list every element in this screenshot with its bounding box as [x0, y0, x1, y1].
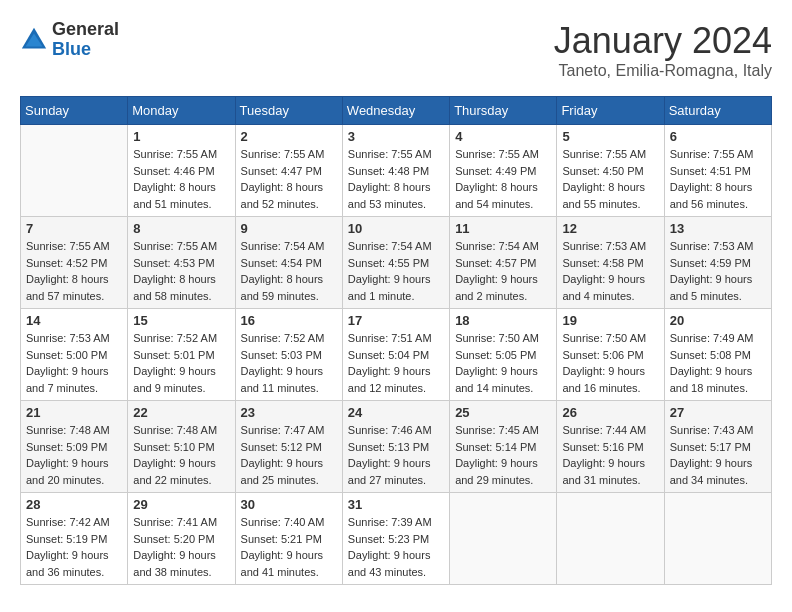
calendar-cell: 31Sunrise: 7:39 AM Sunset: 5:23 PM Dayli… — [342, 493, 449, 585]
calendar-cell: 14Sunrise: 7:53 AM Sunset: 5:00 PM Dayli… — [21, 309, 128, 401]
day-info: Sunrise: 7:44 AM Sunset: 5:16 PM Dayligh… — [562, 422, 658, 488]
day-info: Sunrise: 7:41 AM Sunset: 5:20 PM Dayligh… — [133, 514, 229, 580]
day-info: Sunrise: 7:46 AM Sunset: 5:13 PM Dayligh… — [348, 422, 444, 488]
day-info: Sunrise: 7:53 AM Sunset: 4:58 PM Dayligh… — [562, 238, 658, 304]
day-number: 7 — [26, 221, 122, 236]
day-info: Sunrise: 7:48 AM Sunset: 5:10 PM Dayligh… — [133, 422, 229, 488]
week-row-4: 21Sunrise: 7:48 AM Sunset: 5:09 PM Dayli… — [21, 401, 772, 493]
day-info: Sunrise: 7:40 AM Sunset: 5:21 PM Dayligh… — [241, 514, 337, 580]
day-info: Sunrise: 7:48 AM Sunset: 5:09 PM Dayligh… — [26, 422, 122, 488]
day-info: Sunrise: 7:55 AM Sunset: 4:47 PM Dayligh… — [241, 146, 337, 212]
day-info: Sunrise: 7:43 AM Sunset: 5:17 PM Dayligh… — [670, 422, 766, 488]
month-title: January 2024 — [554, 20, 772, 62]
day-info: Sunrise: 7:54 AM Sunset: 4:54 PM Dayligh… — [241, 238, 337, 304]
calendar-cell: 29Sunrise: 7:41 AM Sunset: 5:20 PM Dayli… — [128, 493, 235, 585]
day-number: 19 — [562, 313, 658, 328]
calendar-cell: 15Sunrise: 7:52 AM Sunset: 5:01 PM Dayli… — [128, 309, 235, 401]
calendar-cell: 17Sunrise: 7:51 AM Sunset: 5:04 PM Dayli… — [342, 309, 449, 401]
day-number: 10 — [348, 221, 444, 236]
day-number: 12 — [562, 221, 658, 236]
day-info: Sunrise: 7:54 AM Sunset: 4:55 PM Dayligh… — [348, 238, 444, 304]
day-info: Sunrise: 7:47 AM Sunset: 5:12 PM Dayligh… — [241, 422, 337, 488]
calendar-cell — [21, 125, 128, 217]
day-info: Sunrise: 7:45 AM Sunset: 5:14 PM Dayligh… — [455, 422, 551, 488]
day-number: 5 — [562, 129, 658, 144]
calendar-cell: 10Sunrise: 7:54 AM Sunset: 4:55 PM Dayli… — [342, 217, 449, 309]
calendar-cell: 30Sunrise: 7:40 AM Sunset: 5:21 PM Dayli… — [235, 493, 342, 585]
day-info: Sunrise: 7:53 AM Sunset: 4:59 PM Dayligh… — [670, 238, 766, 304]
calendar-cell: 24Sunrise: 7:46 AM Sunset: 5:13 PM Dayli… — [342, 401, 449, 493]
day-number: 24 — [348, 405, 444, 420]
column-header-wednesday: Wednesday — [342, 97, 449, 125]
column-header-friday: Friday — [557, 97, 664, 125]
day-number: 6 — [670, 129, 766, 144]
day-number: 20 — [670, 313, 766, 328]
day-number: 31 — [348, 497, 444, 512]
calendar-cell — [557, 493, 664, 585]
day-info: Sunrise: 7:55 AM Sunset: 4:49 PM Dayligh… — [455, 146, 551, 212]
week-row-1: 1Sunrise: 7:55 AM Sunset: 4:46 PM Daylig… — [21, 125, 772, 217]
calendar-cell: 20Sunrise: 7:49 AM Sunset: 5:08 PM Dayli… — [664, 309, 771, 401]
day-info: Sunrise: 7:55 AM Sunset: 4:48 PM Dayligh… — [348, 146, 444, 212]
title-area: January 2024 Taneto, Emilia-Romagna, Ita… — [554, 20, 772, 80]
day-number: 4 — [455, 129, 551, 144]
column-header-sunday: Sunday — [21, 97, 128, 125]
calendar-cell: 7Sunrise: 7:55 AM Sunset: 4:52 PM Daylig… — [21, 217, 128, 309]
week-row-2: 7Sunrise: 7:55 AM Sunset: 4:52 PM Daylig… — [21, 217, 772, 309]
day-number: 14 — [26, 313, 122, 328]
day-number: 28 — [26, 497, 122, 512]
calendar-cell: 22Sunrise: 7:48 AM Sunset: 5:10 PM Dayli… — [128, 401, 235, 493]
calendar-cell — [664, 493, 771, 585]
day-info: Sunrise: 7:55 AM Sunset: 4:50 PM Dayligh… — [562, 146, 658, 212]
calendar-header-row: SundayMondayTuesdayWednesdayThursdayFrid… — [21, 97, 772, 125]
calendar-cell: 16Sunrise: 7:52 AM Sunset: 5:03 PM Dayli… — [235, 309, 342, 401]
header: General Blue January 2024 Taneto, Emilia… — [20, 20, 772, 80]
day-number: 17 — [348, 313, 444, 328]
calendar-cell: 27Sunrise: 7:43 AM Sunset: 5:17 PM Dayli… — [664, 401, 771, 493]
calendar-cell: 11Sunrise: 7:54 AM Sunset: 4:57 PM Dayli… — [450, 217, 557, 309]
day-number: 8 — [133, 221, 229, 236]
logo-text: General Blue — [52, 20, 119, 60]
day-number: 1 — [133, 129, 229, 144]
day-number: 2 — [241, 129, 337, 144]
day-number: 29 — [133, 497, 229, 512]
day-number: 23 — [241, 405, 337, 420]
calendar-cell: 23Sunrise: 7:47 AM Sunset: 5:12 PM Dayli… — [235, 401, 342, 493]
day-info: Sunrise: 7:54 AM Sunset: 4:57 PM Dayligh… — [455, 238, 551, 304]
calendar-cell: 28Sunrise: 7:42 AM Sunset: 5:19 PM Dayli… — [21, 493, 128, 585]
day-info: Sunrise: 7:52 AM Sunset: 5:03 PM Dayligh… — [241, 330, 337, 396]
calendar-cell: 6Sunrise: 7:55 AM Sunset: 4:51 PM Daylig… — [664, 125, 771, 217]
column-header-saturday: Saturday — [664, 97, 771, 125]
day-info: Sunrise: 7:49 AM Sunset: 5:08 PM Dayligh… — [670, 330, 766, 396]
calendar-cell: 3Sunrise: 7:55 AM Sunset: 4:48 PM Daylig… — [342, 125, 449, 217]
day-number: 26 — [562, 405, 658, 420]
day-number: 16 — [241, 313, 337, 328]
day-number: 21 — [26, 405, 122, 420]
calendar-cell — [450, 493, 557, 585]
logo-general-text: General — [52, 20, 119, 40]
calendar-cell: 19Sunrise: 7:50 AM Sunset: 5:06 PM Dayli… — [557, 309, 664, 401]
day-number: 22 — [133, 405, 229, 420]
day-info: Sunrise: 7:55 AM Sunset: 4:53 PM Dayligh… — [133, 238, 229, 304]
day-info: Sunrise: 7:42 AM Sunset: 5:19 PM Dayligh… — [26, 514, 122, 580]
calendar-cell: 5Sunrise: 7:55 AM Sunset: 4:50 PM Daylig… — [557, 125, 664, 217]
calendar-cell: 12Sunrise: 7:53 AM Sunset: 4:58 PM Dayli… — [557, 217, 664, 309]
calendar-cell: 4Sunrise: 7:55 AM Sunset: 4:49 PM Daylig… — [450, 125, 557, 217]
day-number: 30 — [241, 497, 337, 512]
day-number: 18 — [455, 313, 551, 328]
day-number: 3 — [348, 129, 444, 144]
day-number: 15 — [133, 313, 229, 328]
day-info: Sunrise: 7:52 AM Sunset: 5:01 PM Dayligh… — [133, 330, 229, 396]
calendar-cell: 9Sunrise: 7:54 AM Sunset: 4:54 PM Daylig… — [235, 217, 342, 309]
week-row-3: 14Sunrise: 7:53 AM Sunset: 5:00 PM Dayli… — [21, 309, 772, 401]
logo-icon — [20, 26, 48, 54]
calendar-cell: 18Sunrise: 7:50 AM Sunset: 5:05 PM Dayli… — [450, 309, 557, 401]
column-header-thursday: Thursday — [450, 97, 557, 125]
day-number: 9 — [241, 221, 337, 236]
calendar-cell: 26Sunrise: 7:44 AM Sunset: 5:16 PM Dayli… — [557, 401, 664, 493]
day-number: 13 — [670, 221, 766, 236]
day-info: Sunrise: 7:55 AM Sunset: 4:52 PM Dayligh… — [26, 238, 122, 304]
column-header-monday: Monday — [128, 97, 235, 125]
calendar-cell: 25Sunrise: 7:45 AM Sunset: 5:14 PM Dayli… — [450, 401, 557, 493]
day-number: 11 — [455, 221, 551, 236]
